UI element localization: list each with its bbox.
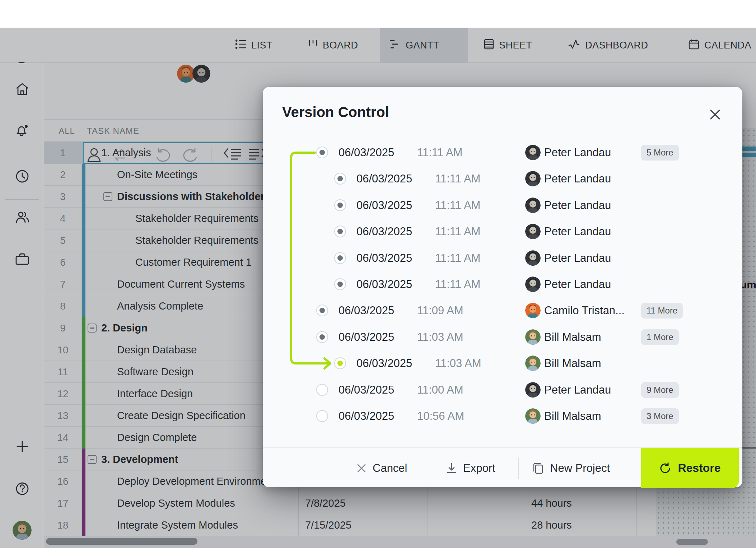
version-avatar-peter [525,382,541,398]
version-date: 06/03/2025 [356,252,412,265]
version-date: 06/03/2025 [339,146,394,159]
version-user-name: Peter Landau [544,384,611,396]
version-row[interactable]: 06/03/202511:09 AM Camilo Tristan...11 M… [263,299,742,322]
version-user-name: Camilo Tristan... [544,304,625,317]
version-row[interactable]: 06/03/202511:11 AM Peter Landau [263,247,742,270]
version-radio[interactable] [316,147,328,158]
restore-label: Restore [678,461,720,475]
version-date: 06/03/2025 [356,199,412,212]
version-user-name: Bill Malsam [544,410,601,423]
footer-divider [518,458,519,479]
version-date: 06/03/2025 [356,225,412,238]
version-time: 11:11 AM [435,199,480,212]
download-icon [447,463,457,474]
version-radio[interactable] [334,357,346,369]
version-avatar-peter [525,277,541,292]
version-user-name: Bill Malsam [544,357,601,370]
version-row[interactable]: 06/03/202511:03 AM Bill Malsam1 More [263,326,742,349]
version-radio[interactable] [334,226,346,237]
version-user-name: Bill Malsam [544,331,601,344]
version-date: 06/03/2025 [339,331,394,344]
restore-refresh-icon [659,462,671,474]
version-avatar-bill [525,356,541,371]
close-icon[interactable] [707,107,723,122]
version-time: 11:11 AM [435,225,480,238]
version-avatar-camilo [525,303,541,318]
version-date: 06/03/2025 [356,172,412,185]
version-row[interactable]: 06/03/202511:11 AM Peter Landau [263,220,742,243]
avatar [525,250,541,266]
avatar [525,171,541,186]
version-radio[interactable] [316,331,328,343]
version-user-name: Peter Landau [544,199,611,212]
app-screen: PM Hardwa... LISTBOARDGANTTSHEETDASHBOAR… [0,0,756,548]
version-avatar-peter [525,145,541,160]
version-radio[interactable] [316,305,328,316]
export-button[interactable]: Export [447,448,495,488]
cancel-button[interactable]: Cancel [357,448,407,488]
version-date: 06/03/2025 [356,357,412,370]
version-radio[interactable] [334,278,346,290]
version-time: 11:11 AM [435,172,480,185]
avatar [525,382,541,398]
avatar [525,224,541,239]
version-avatar-peter [525,224,541,239]
version-time: 11:11 AM [435,278,480,291]
export-label: Export [463,462,495,475]
version-user-name: Peter Landau [544,278,611,291]
copy-icon [533,463,543,474]
avatar [525,408,541,424]
version-avatar-peter [525,198,541,213]
version-radio[interactable] [316,384,328,396]
modal-title: Version Control [282,104,389,120]
version-user-name: Peter Landau [544,146,611,159]
version-time: 11:09 AM [417,304,463,317]
new-project-label: New Project [550,462,610,475]
version-date: 06/03/2025 [339,304,394,317]
restore-button[interactable]: Restore [641,448,739,488]
version-row[interactable]: 06/03/202511:11 AM Peter Landau5 More [263,141,742,164]
version-time: 11:11 AM [417,146,462,159]
version-avatar-peter [525,171,541,186]
version-date: 06/03/2025 [339,410,394,423]
version-user-name: Peter Landau [544,225,611,238]
version-radio[interactable] [334,199,346,211]
version-row[interactable]: 06/03/202511:11 AM Peter Landau [263,273,742,296]
version-radio[interactable] [316,410,328,422]
version-time: 11:03 AM [435,357,481,370]
more-versions-badge[interactable]: 1 More [641,329,679,345]
cancel-x-icon [357,464,366,473]
version-avatar-bill [525,408,541,424]
avatar [525,277,541,292]
avatar [525,329,541,345]
version-user-name: Peter Landau [544,252,611,265]
version-time: 11:00 AM [417,384,463,396]
new-project-button[interactable]: New Project [533,448,610,488]
avatar [525,303,541,318]
version-control-modal: Version Control 06/03/202511:11 AM Peter… [263,87,742,487]
version-row[interactable]: 06/03/202511:03 AM Bill Malsam [263,352,742,375]
version-time: 11:03 AM [417,331,463,344]
version-row[interactable]: 06/03/202511:11 AM Peter Landau [263,194,742,217]
version-row[interactable]: 06/03/202511:00 AM Peter Landau9 More [263,379,742,401]
more-versions-badge[interactable]: 9 More [641,382,679,398]
version-user-name: Peter Landau [544,172,611,185]
version-time: 10:56 AM [417,410,464,423]
more-versions-badge[interactable]: 11 More [641,303,683,319]
avatar [525,198,541,213]
version-row[interactable]: 06/03/202510:56 AM Bill Malsam3 More [263,405,742,428]
more-versions-badge[interactable]: 5 More [641,145,679,161]
modal-footer: Cancel Export New Project Restore [263,447,742,487]
cancel-label: Cancel [373,462,407,475]
version-avatar-peter [525,250,541,266]
version-time: 11:11 AM [435,252,480,265]
version-row[interactable]: 06/03/202511:11 AM Peter Landau [263,167,742,190]
avatar [525,145,541,160]
version-date: 06/03/2025 [356,278,412,291]
version-date: 06/03/2025 [339,384,394,396]
version-radio[interactable] [334,173,346,185]
more-versions-badge[interactable]: 3 More [641,408,679,424]
avatar [525,356,541,371]
version-avatar-bill [525,329,541,345]
version-radio[interactable] [334,252,346,264]
